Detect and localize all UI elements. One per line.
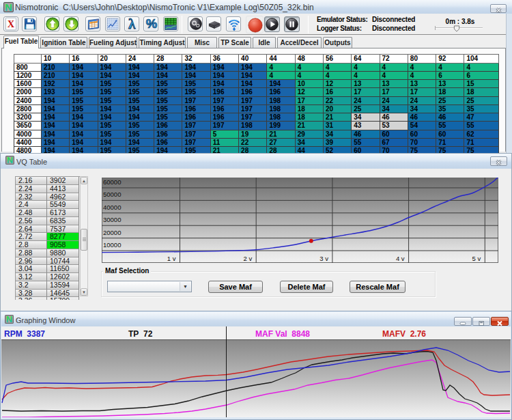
svg-text:5 v: 5 v — [472, 255, 481, 262]
svg-text:%: % — [146, 17, 157, 31]
svg-text:X: X — [8, 18, 15, 29]
svg-text:20000: 20000 — [103, 229, 121, 236]
svg-text:N: N — [6, 315, 12, 324]
svg-text:λ: λ — [128, 17, 136, 31]
svg-text:50000: 50000 — [103, 191, 121, 198]
svg-text:3 v: 3 v — [319, 255, 328, 262]
svg-text:2 v: 2 v — [244, 255, 253, 262]
svg-text:N: N — [5, 2, 12, 12]
svg-text:40000: 40000 — [103, 204, 121, 211]
svg-text:30000: 30000 — [103, 216, 121, 223]
svg-text:1 v: 1 v — [167, 255, 176, 262]
svg-text:4 v: 4 v — [396, 255, 405, 262]
svg-text:10000: 10000 — [103, 241, 121, 249]
svg-text:60000: 60000 — [103, 178, 121, 186]
svg-text:N: N — [7, 156, 13, 165]
